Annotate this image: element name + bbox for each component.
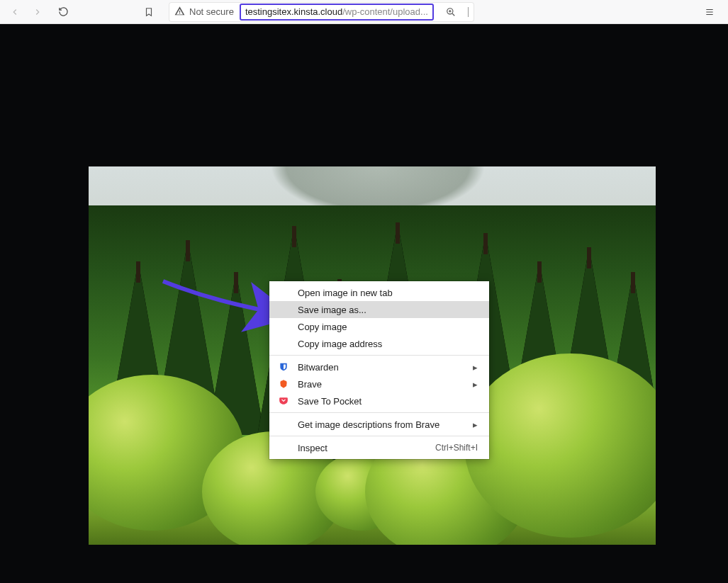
reload-button[interactable] bbox=[55, 4, 71, 20]
ctx-copy-image-address[interactable]: Copy image address bbox=[269, 335, 489, 352]
ctx-shortcut: Ctrl+Shift+I bbox=[435, 443, 478, 453]
ctx-item-label: Copy image bbox=[298, 322, 347, 332]
ctx-get-image-descriptions[interactable]: Get image descriptions from Brave ▸ bbox=[269, 416, 489, 433]
back-button[interactable] bbox=[7, 4, 23, 20]
url-cursor bbox=[468, 7, 469, 17]
ctx-brave[interactable]: Brave ▸ bbox=[269, 375, 489, 392]
ctx-item-label: Brave bbox=[298, 379, 322, 390]
address-bar[interactable]: Not secure testingsitex.kinsta.cloud/wp-… bbox=[169, 2, 474, 22]
ctx-save-to-pocket[interactable]: Save To Pocket bbox=[269, 392, 489, 409]
ctx-copy-image[interactable]: Copy image bbox=[269, 318, 489, 335]
url-path: /wp-content/upload... bbox=[342, 6, 428, 17]
warning-icon bbox=[174, 6, 185, 18]
ctx-separator bbox=[269, 412, 489, 413]
security-indicator[interactable]: Not secure bbox=[174, 6, 234, 18]
ctx-item-label: Save To Pocket bbox=[298, 396, 362, 407]
ctx-save-image-as[interactable]: Save image as... bbox=[269, 301, 489, 318]
ctx-item-label: Open image in new tab bbox=[298, 288, 393, 298]
ctx-item-label: Bitwarden bbox=[298, 362, 339, 373]
page-viewport: Open image in new tab Save image as... C… bbox=[0, 24, 728, 583]
chevron-right-icon: ▸ bbox=[473, 362, 478, 373]
ctx-item-label: Get image descriptions from Brave bbox=[298, 419, 439, 430]
browser-toolbar: Not secure testingsitex.kinsta.cloud/wp-… bbox=[0, 0, 728, 24]
not-secure-label: Not secure bbox=[189, 6, 234, 17]
ctx-open-image-new-tab[interactable]: Open image in new tab bbox=[269, 284, 489, 301]
bookmark-button[interactable] bbox=[142, 5, 156, 19]
chevron-right-icon: ▸ bbox=[473, 379, 478, 390]
context-menu: Open image in new tab Save image as... C… bbox=[269, 281, 489, 459]
url-highlight-box: testingsitex.kinsta.cloud/wp-content/upl… bbox=[240, 4, 434, 21]
bitwarden-icon bbox=[278, 361, 289, 373]
ctx-inspect[interactable]: Inspect Ctrl+Shift+I bbox=[269, 439, 489, 456]
url-domain: testingsitex.kinsta.cloud bbox=[245, 6, 342, 17]
ctx-item-label: Save image as... bbox=[298, 305, 366, 315]
forward-button[interactable] bbox=[30, 4, 45, 20]
chevron-right-icon: ▸ bbox=[473, 419, 478, 430]
ctx-bitwarden[interactable]: Bitwarden ▸ bbox=[269, 358, 489, 375]
ctx-separator bbox=[269, 436, 489, 436]
zoom-icon[interactable] bbox=[444, 5, 458, 19]
ctx-separator bbox=[269, 355, 489, 356]
pocket-icon bbox=[278, 395, 289, 407]
ctx-item-label: Copy image address bbox=[298, 339, 382, 349]
menu-button[interactable] bbox=[702, 5, 717, 19]
ctx-item-label: Inspect bbox=[298, 443, 327, 453]
brave-icon bbox=[278, 378, 289, 390]
